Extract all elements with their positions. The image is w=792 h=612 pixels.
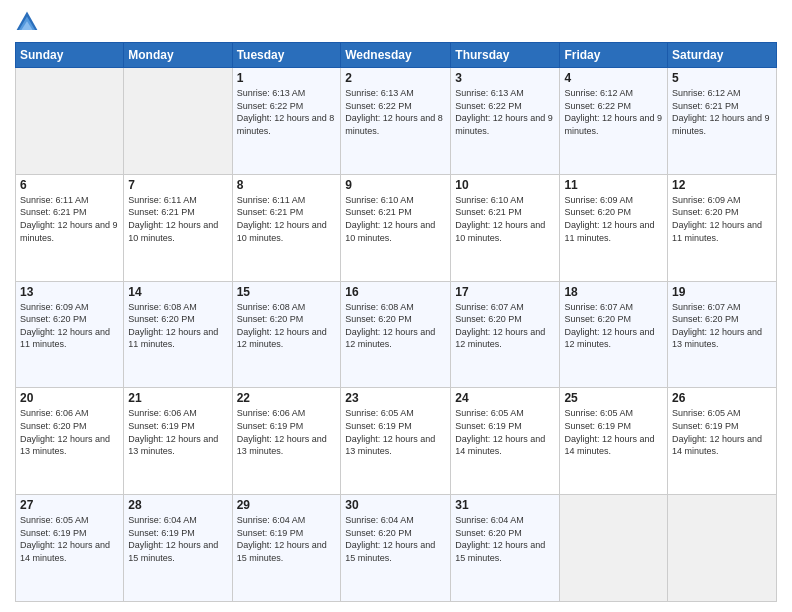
day-info: Sunrise: 6:09 AM Sunset: 6:20 PM Dayligh…	[20, 301, 119, 351]
calendar-cell: 24Sunrise: 6:05 AM Sunset: 6:19 PM Dayli…	[451, 388, 560, 495]
calendar-cell: 23Sunrise: 6:05 AM Sunset: 6:19 PM Dayli…	[341, 388, 451, 495]
day-info: Sunrise: 6:12 AM Sunset: 6:22 PM Dayligh…	[564, 87, 663, 137]
day-info: Sunrise: 6:06 AM Sunset: 6:19 PM Dayligh…	[237, 407, 337, 457]
day-info: Sunrise: 6:05 AM Sunset: 6:19 PM Dayligh…	[345, 407, 446, 457]
day-info: Sunrise: 6:08 AM Sunset: 6:20 PM Dayligh…	[345, 301, 446, 351]
day-number: 2	[345, 71, 446, 85]
calendar-cell: 11Sunrise: 6:09 AM Sunset: 6:20 PM Dayli…	[560, 174, 668, 281]
day-number: 24	[455, 391, 555, 405]
day-number: 27	[20, 498, 119, 512]
weekday-header-monday: Monday	[124, 43, 232, 68]
calendar-cell: 7Sunrise: 6:11 AM Sunset: 6:21 PM Daylig…	[124, 174, 232, 281]
day-number: 19	[672, 285, 772, 299]
calendar-cell: 4Sunrise: 6:12 AM Sunset: 6:22 PM Daylig…	[560, 68, 668, 175]
calendar-cell: 30Sunrise: 6:04 AM Sunset: 6:20 PM Dayli…	[341, 495, 451, 602]
calendar-table: SundayMondayTuesdayWednesdayThursdayFrid…	[15, 42, 777, 602]
day-info: Sunrise: 6:09 AM Sunset: 6:20 PM Dayligh…	[672, 194, 772, 244]
day-number: 26	[672, 391, 772, 405]
calendar-week-row: 27Sunrise: 6:05 AM Sunset: 6:19 PM Dayli…	[16, 495, 777, 602]
calendar-cell: 9Sunrise: 6:10 AM Sunset: 6:21 PM Daylig…	[341, 174, 451, 281]
calendar-cell: 2Sunrise: 6:13 AM Sunset: 6:22 PM Daylig…	[341, 68, 451, 175]
calendar-cell: 31Sunrise: 6:04 AM Sunset: 6:20 PM Dayli…	[451, 495, 560, 602]
day-number: 5	[672, 71, 772, 85]
calendar-cell: 22Sunrise: 6:06 AM Sunset: 6:19 PM Dayli…	[232, 388, 341, 495]
day-info: Sunrise: 6:05 AM Sunset: 6:19 PM Dayligh…	[20, 514, 119, 564]
day-info: Sunrise: 6:13 AM Sunset: 6:22 PM Dayligh…	[237, 87, 337, 137]
day-info: Sunrise: 6:11 AM Sunset: 6:21 PM Dayligh…	[237, 194, 337, 244]
weekday-header-sunday: Sunday	[16, 43, 124, 68]
calendar-cell: 17Sunrise: 6:07 AM Sunset: 6:20 PM Dayli…	[451, 281, 560, 388]
calendar-cell: 13Sunrise: 6:09 AM Sunset: 6:20 PM Dayli…	[16, 281, 124, 388]
day-info: Sunrise: 6:05 AM Sunset: 6:19 PM Dayligh…	[455, 407, 555, 457]
day-number: 28	[128, 498, 227, 512]
weekday-header-friday: Friday	[560, 43, 668, 68]
day-number: 31	[455, 498, 555, 512]
logo	[15, 10, 43, 34]
calendar-cell: 5Sunrise: 6:12 AM Sunset: 6:21 PM Daylig…	[668, 68, 777, 175]
weekday-header-wednesday: Wednesday	[341, 43, 451, 68]
calendar-week-row: 20Sunrise: 6:06 AM Sunset: 6:20 PM Dayli…	[16, 388, 777, 495]
day-number: 25	[564, 391, 663, 405]
day-number: 18	[564, 285, 663, 299]
day-info: Sunrise: 6:11 AM Sunset: 6:21 PM Dayligh…	[128, 194, 227, 244]
day-info: Sunrise: 6:09 AM Sunset: 6:20 PM Dayligh…	[564, 194, 663, 244]
day-number: 8	[237, 178, 337, 192]
calendar-cell: 25Sunrise: 6:05 AM Sunset: 6:19 PM Dayli…	[560, 388, 668, 495]
day-info: Sunrise: 6:10 AM Sunset: 6:21 PM Dayligh…	[455, 194, 555, 244]
calendar-cell: 26Sunrise: 6:05 AM Sunset: 6:19 PM Dayli…	[668, 388, 777, 495]
calendar-cell: 28Sunrise: 6:04 AM Sunset: 6:19 PM Dayli…	[124, 495, 232, 602]
day-info: Sunrise: 6:04 AM Sunset: 6:20 PM Dayligh…	[455, 514, 555, 564]
calendar-cell: 15Sunrise: 6:08 AM Sunset: 6:20 PM Dayli…	[232, 281, 341, 388]
day-number: 1	[237, 71, 337, 85]
calendar-cell: 10Sunrise: 6:10 AM Sunset: 6:21 PM Dayli…	[451, 174, 560, 281]
day-number: 6	[20, 178, 119, 192]
day-number: 7	[128, 178, 227, 192]
day-number: 30	[345, 498, 446, 512]
day-info: Sunrise: 6:04 AM Sunset: 6:20 PM Dayligh…	[345, 514, 446, 564]
day-info: Sunrise: 6:06 AM Sunset: 6:20 PM Dayligh…	[20, 407, 119, 457]
day-info: Sunrise: 6:07 AM Sunset: 6:20 PM Dayligh…	[455, 301, 555, 351]
day-info: Sunrise: 6:08 AM Sunset: 6:20 PM Dayligh…	[237, 301, 337, 351]
calendar-cell: 6Sunrise: 6:11 AM Sunset: 6:21 PM Daylig…	[16, 174, 124, 281]
day-info: Sunrise: 6:04 AM Sunset: 6:19 PM Dayligh…	[237, 514, 337, 564]
day-number: 10	[455, 178, 555, 192]
day-number: 21	[128, 391, 227, 405]
calendar-cell	[560, 495, 668, 602]
calendar-cell	[668, 495, 777, 602]
calendar-cell: 20Sunrise: 6:06 AM Sunset: 6:20 PM Dayli…	[16, 388, 124, 495]
day-number: 9	[345, 178, 446, 192]
weekday-header-row: SundayMondayTuesdayWednesdayThursdayFrid…	[16, 43, 777, 68]
weekday-header-tuesday: Tuesday	[232, 43, 341, 68]
day-info: Sunrise: 6:06 AM Sunset: 6:19 PM Dayligh…	[128, 407, 227, 457]
day-number: 17	[455, 285, 555, 299]
day-info: Sunrise: 6:13 AM Sunset: 6:22 PM Dayligh…	[455, 87, 555, 137]
day-info: Sunrise: 6:07 AM Sunset: 6:20 PM Dayligh…	[672, 301, 772, 351]
day-info: Sunrise: 6:13 AM Sunset: 6:22 PM Dayligh…	[345, 87, 446, 137]
day-number: 11	[564, 178, 663, 192]
day-info: Sunrise: 6:07 AM Sunset: 6:20 PM Dayligh…	[564, 301, 663, 351]
calendar-cell: 3Sunrise: 6:13 AM Sunset: 6:22 PM Daylig…	[451, 68, 560, 175]
calendar-cell: 1Sunrise: 6:13 AM Sunset: 6:22 PM Daylig…	[232, 68, 341, 175]
calendar-cell: 29Sunrise: 6:04 AM Sunset: 6:19 PM Dayli…	[232, 495, 341, 602]
day-number: 14	[128, 285, 227, 299]
day-number: 3	[455, 71, 555, 85]
day-info: Sunrise: 6:12 AM Sunset: 6:21 PM Dayligh…	[672, 87, 772, 137]
page: SundayMondayTuesdayWednesdayThursdayFrid…	[0, 0, 792, 612]
calendar-cell: 8Sunrise: 6:11 AM Sunset: 6:21 PM Daylig…	[232, 174, 341, 281]
calendar-cell: 18Sunrise: 6:07 AM Sunset: 6:20 PM Dayli…	[560, 281, 668, 388]
day-number: 16	[345, 285, 446, 299]
calendar-cell	[124, 68, 232, 175]
day-number: 15	[237, 285, 337, 299]
day-number: 29	[237, 498, 337, 512]
weekday-header-saturday: Saturday	[668, 43, 777, 68]
weekday-header-thursday: Thursday	[451, 43, 560, 68]
day-number: 22	[237, 391, 337, 405]
calendar-cell: 19Sunrise: 6:07 AM Sunset: 6:20 PM Dayli…	[668, 281, 777, 388]
calendar-cell: 21Sunrise: 6:06 AM Sunset: 6:19 PM Dayli…	[124, 388, 232, 495]
calendar-cell	[16, 68, 124, 175]
day-number: 23	[345, 391, 446, 405]
calendar-week-row: 6Sunrise: 6:11 AM Sunset: 6:21 PM Daylig…	[16, 174, 777, 281]
header	[15, 10, 777, 34]
day-number: 12	[672, 178, 772, 192]
day-info: Sunrise: 6:08 AM Sunset: 6:20 PM Dayligh…	[128, 301, 227, 351]
